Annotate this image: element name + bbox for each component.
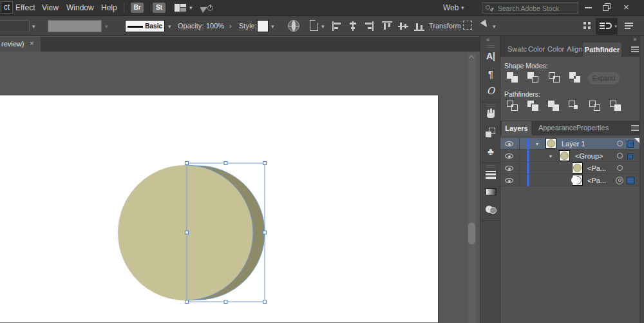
- dock-grip[interactable]: [486, 45, 495, 48]
- restore-button[interactable]: [603, 3, 611, 12]
- group-thumbnail[interactable]: [559, 150, 570, 161]
- tab-appearance[interactable]: Appearance: [538, 124, 576, 132]
- layer-name[interactable]: Layer 1: [562, 140, 585, 148]
- align-bottom-icon[interactable]: [414, 21, 424, 31]
- selection-square[interactable]: [627, 177, 634, 184]
- target-circle-icon[interactable]: [617, 165, 623, 171]
- chevron-down-icon[interactable]: ▾: [536, 141, 538, 147]
- layer-row-path1[interactable]: <Pa...: [500, 162, 639, 174]
- menu-view[interactable]: View: [42, 3, 59, 12]
- chevron-down-icon[interactable]: ▾: [461, 5, 464, 11]
- globe-icon[interactable]: [288, 20, 299, 32]
- vertical-scrollbar[interactable]: [468, 53, 476, 323]
- character-panel-icon[interactable]: A|: [480, 50, 501, 63]
- dock-grip[interactable]: [486, 165, 495, 168]
- chevron-down-icon[interactable]: ▾: [189, 5, 193, 11]
- tab-layers[interactable]: Layers: [502, 121, 531, 135]
- tab-close-icon[interactable]: ×: [30, 39, 33, 47]
- crop-icon[interactable]: [569, 101, 581, 112]
- visibility-eye-icon[interactable]: [505, 141, 513, 146]
- align-middle-v-icon[interactable]: [398, 21, 408, 31]
- path-name[interactable]: <Pa...: [587, 177, 606, 184]
- group-name[interactable]: <Group>: [575, 152, 603, 160]
- tab-color[interactable]: Color: [528, 45, 545, 53]
- chevron-down-icon[interactable]: ▾: [168, 24, 171, 30]
- opacity-label[interactable]: Opacity:: [178, 22, 204, 30]
- document-tab[interactable]: review) ×: [0, 37, 41, 52]
- bounding-box-options-icon[interactable]: [463, 21, 472, 30]
- panel-menu-icon[interactable]: [631, 46, 639, 52]
- align-right-icon[interactable]: [364, 21, 374, 31]
- canvas[interactable]: [0, 52, 480, 323]
- selection-handle[interactable]: [185, 300, 189, 304]
- workspace-switcher-icon[interactable]: [175, 4, 186, 12]
- transform-panel-icon[interactable]: [480, 128, 501, 141]
- layer-row-group[interactable]: ▾ <Group>: [500, 150, 639, 162]
- selection-handle[interactable]: [224, 300, 227, 304]
- chevron-down-icon[interactable]: ▾: [321, 24, 325, 30]
- scrollbar-thumb[interactable]: [468, 222, 475, 244]
- dots-grid-icon[interactable]: [583, 22, 592, 30]
- target-circle-icon[interactable]: [617, 141, 623, 146]
- tab-swatches[interactable]: Swatc: [507, 45, 527, 53]
- variable-width-profile[interactable]: [48, 20, 102, 32]
- search-scope-chevron-icon[interactable]: ▾: [491, 6, 494, 12]
- scroll-up-arrow-icon[interactable]: [469, 55, 474, 61]
- targeted-circle-icon[interactable]: [616, 177, 623, 184]
- transparency-panel-icon[interactable]: [480, 205, 501, 218]
- center-point-handle[interactable]: [185, 231, 189, 234]
- visibility-eye-icon[interactable]: [505, 153, 513, 159]
- layer-thumbnail[interactable]: [545, 138, 556, 149]
- selection-handle[interactable]: [263, 300, 267, 304]
- visibility-eye-icon[interactable]: [505, 166, 513, 171]
- paragraph-panel-icon[interactable]: ¶: [480, 68, 501, 81]
- control-panel-menu-icon[interactable]: [625, 23, 633, 30]
- target-circle-icon[interactable]: [617, 153, 623, 159]
- style-swatch[interactable]: [257, 20, 269, 32]
- collapse-panels-icon[interactable]: »: [633, 35, 637, 43]
- chevron-down-icon[interactable]: ▾: [549, 153, 552, 159]
- mode-select[interactable]: Web: [443, 3, 459, 12]
- hand-panel-icon[interactable]: [480, 108, 501, 121]
- layer-row-layer1[interactable]: ▾ Layer 1: [500, 138, 639, 150]
- stock-button[interactable]: St: [153, 3, 166, 13]
- close-button[interactable]: ×: [623, 1, 629, 12]
- tab-color-guide[interactable]: Color: [547, 45, 564, 53]
- align-top-icon[interactable]: [382, 21, 392, 31]
- tab-align[interactable]: Align: [567, 45, 582, 53]
- chevron-down-icon[interactable]: ▾: [32, 24, 35, 30]
- menu-effect[interactable]: Effect: [15, 3, 35, 12]
- minus-back-icon[interactable]: [610, 101, 622, 112]
- selection-handle[interactable]: [263, 162, 267, 165]
- bridge-button[interactable]: Br: [131, 3, 144, 13]
- selection-handle[interactable]: [263, 231, 267, 234]
- document-setup-icon[interactable]: [310, 20, 318, 31]
- exclude-icon[interactable]: [569, 72, 582, 83]
- panel-menu-icon[interactable]: [631, 125, 639, 131]
- merge-icon[interactable]: [548, 101, 560, 112]
- symbols-panel-icon[interactable]: ♣: [480, 146, 501, 159]
- align-center-h-icon[interactable]: [348, 21, 358, 31]
- search-input[interactable]: ▾ Search Adobe Stock: [482, 2, 578, 14]
- selection-square[interactable]: [627, 153, 633, 159]
- unite-icon[interactable]: [507, 72, 519, 83]
- opacity-value[interactable]: 100%: [206, 22, 224, 30]
- visibility-eye-icon[interactable]: [505, 178, 513, 183]
- path-name[interactable]: <Pa...: [587, 164, 606, 172]
- path-thumbnail[interactable]: [572, 162, 583, 173]
- chevron-down-icon[interactable]: ▾: [493, 24, 496, 30]
- outline-icon[interactable]: [589, 101, 601, 112]
- stroke-panel-icon[interactable]: [480, 170, 501, 183]
- selection-handle[interactable]: [185, 162, 189, 165]
- chevron-down-icon[interactable]: ▾: [271, 24, 274, 30]
- selection-handle[interactable]: [224, 162, 227, 165]
- menu-help[interactable]: Help: [101, 3, 117, 12]
- divide-icon[interactable]: [507, 101, 519, 112]
- minimize-button[interactable]: [585, 7, 592, 8]
- gradient-panel-icon[interactable]: [480, 188, 501, 201]
- crescent-thumbnail[interactable]: [572, 175, 583, 186]
- tab-properties[interactable]: Properties: [576, 124, 609, 132]
- brush-definition[interactable]: Basic: [125, 20, 165, 32]
- menu-select-cropped[interactable]: ct: [1, 1, 13, 14]
- trim-icon[interactable]: [527, 101, 540, 112]
